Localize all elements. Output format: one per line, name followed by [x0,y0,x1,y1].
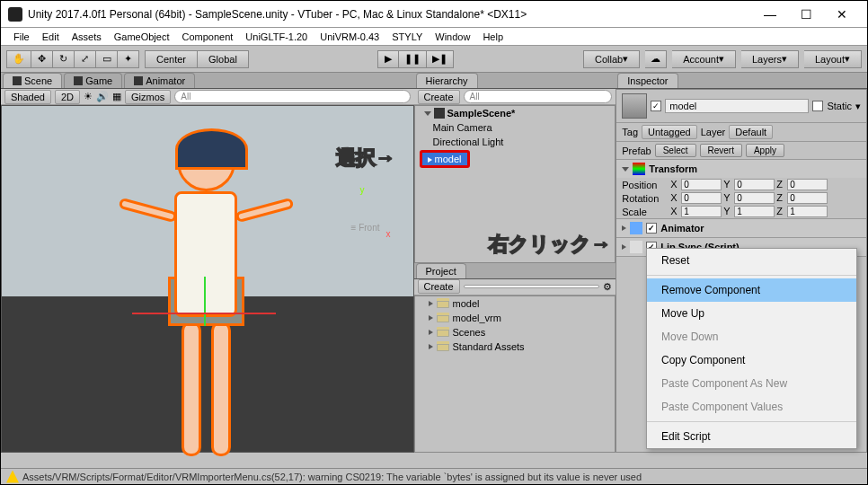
pos-z[interactable] [787,179,828,190]
project-search[interactable] [464,285,600,288]
tab-scene[interactable]: Scene [3,73,62,88]
prefab-select-button[interactable]: Select [655,144,696,157]
view-label: ≡ Front [351,223,380,233]
static-checkbox[interactable] [812,101,823,111]
hierarchy-item-camera[interactable]: Main Camera [415,120,616,135]
scene-search[interactable]: All [174,90,410,103]
tab-hierarchy[interactable]: Hierarchy [416,73,478,88]
tag-dropdown[interactable]: Untagged [642,125,697,139]
toolbar: ✋ ✥ ↻ ⤢ ▭ ✦ Center Global ▶ ❚❚ ▶❚ Collab… [1,46,867,73]
collab-button[interactable]: Collab ▾ [583,50,640,68]
menu-assets[interactable]: Assets [66,30,107,44]
light-icon[interactable]: ☀ [84,91,93,102]
scale-tool-button[interactable]: ⤢ [75,50,96,68]
hierarchy-item-light[interactable]: Directional Light [415,135,616,149]
menu-styly[interactable]: STYLY [386,30,428,44]
mode-2d-button[interactable]: 2D [55,90,80,104]
static-dropdown-icon[interactable]: ▾ [855,101,861,112]
scl-z[interactable] [787,206,828,217]
static-label: Static [827,101,852,111]
layers-dropdown[interactable]: Layers ▾ [741,50,799,68]
transform-header[interactable]: Transform [616,160,866,178]
pause-button[interactable]: ❚❚ [399,50,427,68]
hierarchy-panel: SampleScene* Main Camera Directional Lig… [414,105,616,263]
shaded-dropdown[interactable]: Shaded [4,90,51,104]
rotate-tool-button[interactable]: ↻ [53,50,75,68]
rotation-label: Rotation [622,193,669,204]
gizmo-y-label: y [360,185,365,195]
menu-file[interactable]: File [8,30,35,44]
menu-help[interactable]: Help [477,30,509,44]
move-axis-y[interactable] [204,277,206,326]
ctx-reset[interactable]: Reset [647,249,856,272]
pos-y[interactable] [734,179,775,190]
tab-project[interactable]: Project [416,263,466,278]
hierarchy-scene[interactable]: SampleScene* [415,106,616,120]
project-create[interactable]: Create [418,279,460,294]
ctx-move-up[interactable]: Move Up [647,302,856,325]
avatar-model[interactable] [132,115,280,479]
minimize-button[interactable]: — [752,2,788,27]
step-button[interactable]: ▶❚ [427,50,454,68]
hierarchy-item-model[interactable]: model [420,150,470,168]
unity-logo-icon [8,7,22,22]
ctx-edit-script[interactable]: Edit Script [647,425,856,448]
hierarchy-create[interactable]: Create [418,90,460,104]
layer-dropdown[interactable]: Default [729,125,773,139]
gizmos-dropdown[interactable]: Gizmos [125,90,171,104]
layout-dropdown[interactable]: Layout ▾ [804,50,862,68]
project-panel: model model_vrm Scenes Standard Assets [414,295,616,454]
menu-univrm[interactable]: UniVRM-0.43 [314,30,385,44]
maximize-button[interactable]: ☐ [788,2,824,27]
pivot-global-button[interactable]: Global [198,50,249,68]
ctx-paste-values[interactable]: Paste Component Values [647,395,856,419]
ctx-paste-new[interactable]: Paste Component As New [647,372,856,395]
account-dropdown[interactable]: Account ▾ [672,50,736,68]
ctx-remove-component[interactable]: Remove Component [647,278,856,302]
prefab-apply-button[interactable]: Apply [746,144,784,157]
project-filter-icon[interactable]: ⚙ [603,281,612,293]
audio-icon[interactable]: 🔊 [96,91,109,102]
prefab-revert-button[interactable]: Revert [700,144,742,157]
scl-y[interactable] [734,206,775,217]
ctx-move-down[interactable]: Move Down [647,325,856,348]
project-folder-model[interactable]: model [415,296,616,311]
tab-inspector[interactable]: Inspector [617,73,678,88]
move-tool-button[interactable]: ✥ [31,50,53,68]
scene-view[interactable]: y x ≡ Front [1,105,414,453]
scl-x[interactable] [681,206,722,217]
menu-gameobject[interactable]: GameObject [109,30,175,44]
pos-x[interactable] [681,179,722,190]
fx-icon[interactable]: ▦ [112,91,121,102]
project-folder-scenes[interactable]: Scenes [415,325,616,340]
close-button[interactable]: ✕ [824,2,860,27]
window-title: Unity 2017.4.0f1 Personal (64bit) - Samp… [28,8,752,21]
move-axis-x[interactable] [132,313,276,314]
animator-header[interactable]: ✓Animator [616,219,866,237]
menu-window[interactable]: Window [430,30,475,44]
ctx-copy-component[interactable]: Copy Component [647,348,856,372]
play-button[interactable]: ▶ [377,50,399,68]
active-checkbox[interactable]: ✓ [651,101,661,111]
status-message: Assets/VRM/Scripts/Format/Editor/VRMImpo… [22,472,642,482]
rot-x[interactable] [681,192,722,204]
hand-tool-button[interactable]: ✋ [6,50,31,68]
tab-game[interactable]: Game [64,73,122,88]
project-folder-stdassets[interactable]: Standard Assets [415,340,616,354]
scene-tabbar: Scene Game Animator [1,73,414,89]
gizmo-x-label: x [386,229,391,239]
transform-tool-button[interactable]: ✦ [118,50,139,68]
cloud-button[interactable]: ☁ [645,50,667,68]
menu-edit[interactable]: Edit [37,30,65,44]
rot-y[interactable] [734,192,775,204]
tab-animator[interactable]: Animator [124,73,195,88]
rect-tool-button[interactable]: ▭ [96,50,118,68]
menu-unigltf[interactable]: UniGLTF-1.20 [240,30,313,44]
hierarchy-search[interactable]: All [464,90,613,103]
menu-component[interactable]: Component [176,30,238,44]
pivot-center-button[interactable]: Center [145,50,198,68]
titlebar: Unity 2017.4.0f1 Personal (64bit) - Samp… [1,1,867,28]
object-name-field[interactable]: model [665,99,809,113]
rot-z[interactable] [787,192,828,204]
project-folder-modelvrm[interactable]: model_vrm [415,311,616,325]
